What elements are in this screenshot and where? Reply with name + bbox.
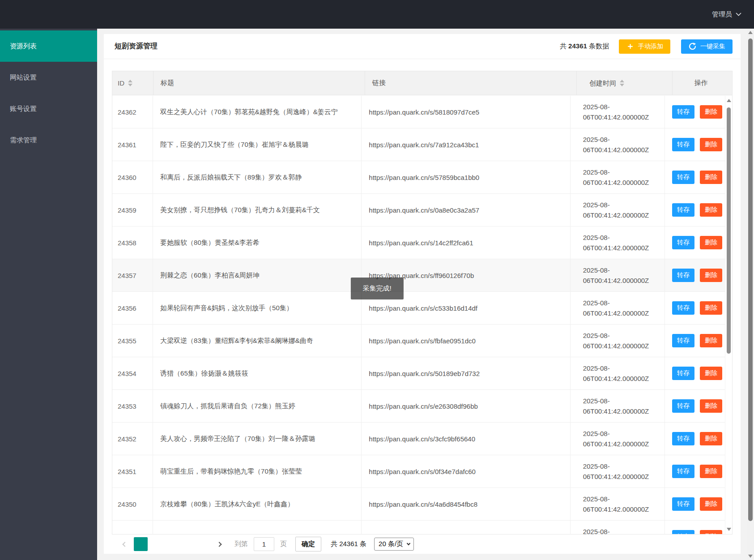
page-number[interactable] — [181, 537, 195, 551]
page-number[interactable] — [134, 537, 148, 551]
next-page-button[interactable] — [213, 538, 225, 551]
sort-icon[interactable] — [128, 80, 132, 86]
user-name: 管理员 — [712, 10, 732, 19]
cell-created: 2025-08-06T00:41:42.000000Z — [571, 161, 665, 193]
table-scrollbar-thumb[interactable] — [727, 107, 731, 354]
user-menu[interactable]: 管理员 — [712, 0, 741, 29]
delete-button[interactable]: 删除 — [700, 399, 722, 413]
table-row: 24357 荆棘之恋（60集）李柏言&周妍坤 https://pan.quark… — [112, 259, 732, 292]
cell-actions: 转存 删除 — [665, 521, 732, 534]
transfer-save-button[interactable]: 转存 — [672, 236, 694, 249]
confirm-button[interactable]: 确定 — [295, 537, 321, 551]
sidebar-item[interactable]: 需求管理 — [0, 124, 97, 156]
scroll-up-icon[interactable] — [727, 99, 731, 102]
delete-button[interactable]: 删除 — [700, 171, 722, 184]
cell-id: 24357 — [112, 259, 153, 291]
cell-id: 24361 — [112, 128, 153, 161]
sidebar-item-label: 需求管理 — [10, 136, 37, 144]
table-row: 24358 要她服软（80集）黄圣桀&李若希 https://pan.quark… — [112, 227, 732, 259]
page-number[interactable] — [149, 537, 163, 551]
page-scrollbar[interactable] — [747, 29, 754, 560]
delete-button[interactable]: 删除 — [700, 334, 722, 347]
cell-actions: 转存 删除 — [665, 259, 732, 291]
goto-page-label: 到第 — [234, 540, 248, 548]
delete-button[interactable]: 删除 — [700, 530, 722, 534]
goto-page-input[interactable] — [254, 537, 274, 551]
cell-actions: 转存 删除 — [665, 194, 732, 226]
transfer-save-button[interactable]: 转存 — [672, 105, 694, 119]
delete-button[interactable]: 删除 — [700, 236, 722, 249]
transfer-save-button[interactable]: 转存 — [672, 203, 694, 217]
select-caret-icon — [407, 542, 410, 545]
transfer-save-button[interactable]: 转存 — [672, 171, 694, 184]
transfer-save-button[interactable]: 转存 — [672, 138, 694, 151]
one-click-collect-button[interactable]: 一键采集 — [681, 39, 733, 54]
table-row: 24353 镇魂赊刀人，抓我后果请自负（72集）熊玉婷 https://pan.… — [112, 390, 732, 423]
column-header-created[interactable]: 创建时间 — [577, 71, 673, 95]
content-card: 短剧资源管理 共 24361 条数据 ＋ 手动添加 一键采集 — [104, 34, 741, 554]
cell-actions: 转存 删除 — [665, 227, 732, 259]
cell-title: 大梁双逆（83集）董绍辉&李钊&索菲&阚琳娜&曲奇 — [153, 325, 362, 357]
scroll-down-icon[interactable] — [727, 528, 731, 531]
page-scrollbar-thumb[interactable] — [748, 38, 753, 521]
transfer-save-button[interactable]: 转存 — [672, 334, 694, 347]
main-content: 短剧资源管理 共 24361 条数据 ＋ 手动添加 一键采集 — [97, 29, 754, 560]
delete-button[interactable]: 删除 — [700, 203, 722, 217]
chevron-right-icon — [217, 542, 222, 547]
delete-button[interactable]: 删除 — [700, 465, 722, 478]
toast-message: 采集完成! — [350, 278, 403, 299]
transfer-save-button[interactable]: 转存 — [672, 269, 694, 282]
cell-link: https://pan.quark.cn/s/57859bca1bb0 — [362, 161, 570, 193]
delete-button[interactable]: 删除 — [700, 301, 722, 315]
sidebar-item[interactable]: 网站设置 — [0, 62, 97, 93]
cell-id: 24351 — [112, 455, 153, 487]
page-number[interactable] — [196, 537, 210, 551]
cell-actions: 转存 删除 — [665, 455, 732, 487]
transfer-save-button[interactable]: 转存 — [672, 399, 694, 413]
sidebar-item[interactable]: 资源列表 — [0, 30, 97, 62]
chevron-down-icon — [736, 13, 741, 16]
manual-add-button[interactable]: ＋ 手动添加 — [619, 39, 670, 54]
cell-id: 24359 — [112, 194, 153, 226]
delete-button[interactable]: 删除 — [700, 432, 722, 445]
total-count-value: 24361 — [568, 42, 587, 50]
cell-id: 24362 — [112, 96, 153, 128]
delete-button[interactable]: 删除 — [700, 269, 722, 282]
cell-created: 2025-08-06T00:41:42.000000Z — [571, 128, 665, 161]
table-scrollbar[interactable] — [725, 96, 732, 534]
transfer-save-button[interactable]: 转存 — [672, 367, 694, 380]
page-size-select[interactable]: 20 条/页 — [374, 538, 414, 551]
table-row: 24356 如果轮回有声音&妈妈，这次别放手（50集） https://pan.… — [112, 292, 732, 325]
sort-icon[interactable] — [620, 80, 624, 86]
cell-created: 2025-08-06T00:41:42.000000Z — [571, 390, 665, 422]
cell-link: https://pan.quark.cn/s/3cfc9bf65640 — [362, 423, 570, 455]
cell-created: 2025-08-06T00:41:42.000000Z — [571, 423, 665, 455]
cell-link: https://pan.quark.cn/s/4a6d8454fbc8 — [362, 488, 570, 520]
transfer-save-button[interactable]: 转存 — [672, 432, 694, 445]
sidebar-menu: 资源列表 网站设置 账号设置 需求管理 — [0, 29, 97, 156]
delete-button[interactable]: 删除 — [700, 367, 722, 380]
scroll-down-icon[interactable] — [748, 555, 753, 558]
transfer-save-button[interactable]: 转存 — [672, 465, 694, 478]
cell-link: https://pan.quark.cn/s/7a912ca43bc1 — [362, 128, 570, 161]
pagination: 到第 页 确定 共 24361 条 20 条/页 — [112, 534, 733, 554]
prev-page-button[interactable] — [119, 538, 131, 551]
cell-title: 美人攻心，男频帝王沦陷了（70集）刘一隆＆孙露璐 — [153, 423, 362, 455]
delete-button[interactable]: 删除 — [700, 105, 722, 119]
table-row: 24355 大梁双逆（83集）董绍辉&李钊&索菲&阚琳娜&曲奇 https://… — [112, 325, 732, 357]
transfer-save-button[interactable]: 转存 — [672, 530, 694, 534]
sidebar-item[interactable]: 账号设置 — [0, 93, 97, 124]
column-header-id[interactable]: ID — [112, 71, 153, 95]
transfer-save-button[interactable]: 转存 — [672, 301, 694, 315]
cell-title: 如果轮回有声音&妈妈，这次别放手（50集） — [153, 292, 362, 324]
goto-page-suffix: 页 — [280, 540, 287, 548]
delete-button[interactable]: 删除 — [700, 138, 722, 151]
table-row: 24361 陛下，臣妾的刀又快了些（70集）崔旭宇＆杨晨璐 https://pa… — [112, 128, 732, 161]
scroll-up-icon[interactable] — [748, 31, 753, 34]
page-number[interactable] — [165, 537, 179, 551]
transfer-save-button[interactable]: 转存 — [672, 497, 694, 511]
delete-button[interactable]: 删除 — [700, 497, 722, 511]
cell-actions: 转存 删除 — [665, 325, 732, 357]
cell-created: 2025-08-06T00:41:42.000000Z — [571, 227, 665, 259]
cell-created: 2025-08-06T00:41:42.000000Z — [571, 521, 665, 534]
